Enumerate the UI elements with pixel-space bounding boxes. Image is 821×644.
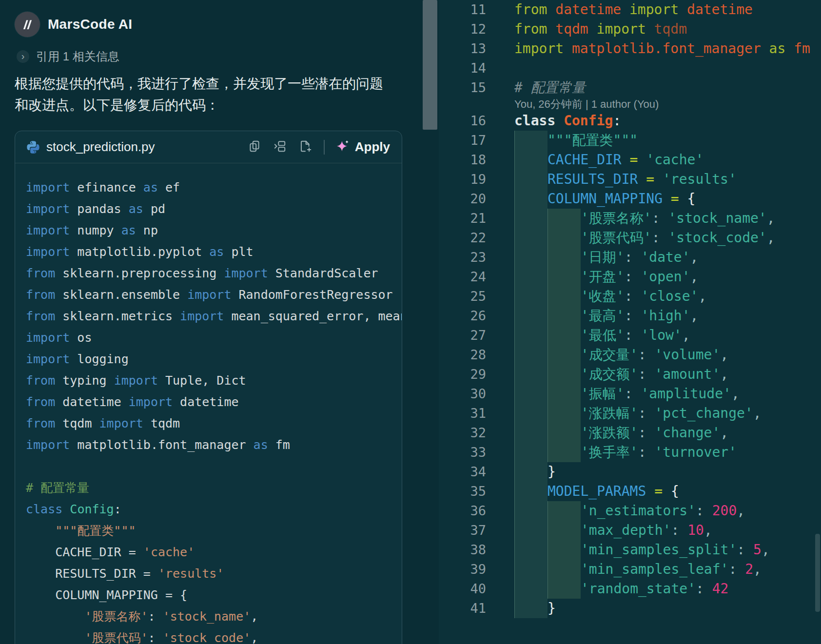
chevron-right-icon: › xyxy=(17,50,29,63)
code-line: import pandas as pd xyxy=(26,198,402,220)
indent-guide xyxy=(514,579,547,599)
line-number[interactable]: 31 xyxy=(439,404,514,423)
editor-line: 23'日期': 'date', xyxy=(439,248,821,267)
line-number[interactable]: 35 xyxy=(439,482,514,501)
indent-guide xyxy=(514,482,547,501)
indent-guide xyxy=(514,443,547,462)
editor-line: 22'股票代码': 'stock_code', xyxy=(439,228,821,248)
line-number[interactable]: 26 xyxy=(439,306,514,326)
line-number[interactable]: 29 xyxy=(439,365,514,384)
indent-guide xyxy=(547,540,581,560)
python-file-icon xyxy=(26,140,40,155)
line-number[interactable]: 33 xyxy=(439,443,514,462)
indent-guide xyxy=(514,384,547,404)
citation-toggle[interactable]: › 引用 1 相关信息 xyxy=(17,49,119,64)
line-number[interactable]: 21 xyxy=(439,209,514,228)
editor-line: 30'振幅': 'amplitude', xyxy=(439,384,821,404)
line-number[interactable]: 11 xyxy=(439,0,514,20)
editor-line: 38'min_samples_split': 5, xyxy=(439,540,821,560)
apply-button[interactable]: Apply xyxy=(335,139,390,155)
indent-guide xyxy=(514,345,547,365)
line-number[interactable]: 34 xyxy=(439,462,514,482)
editor-line: 16class Config: xyxy=(439,111,821,131)
indent-guide xyxy=(514,560,547,579)
code-editor: 11from datetime import datetime12from tq… xyxy=(439,0,821,644)
editor-line: 28'成交量': 'volume', xyxy=(439,345,821,365)
chat-scrollbar[interactable] xyxy=(423,0,437,130)
line-number[interactable]: 13 xyxy=(439,39,514,59)
chat-panel: MarsCode AI › 引用 1 相关信息 根据您提供的代码，我进行了检查，… xyxy=(0,0,439,644)
editor-line: 24'开盘': 'open', xyxy=(439,267,821,287)
apply-label: Apply xyxy=(355,139,390,155)
code-line: from datetime import datetime xyxy=(26,391,402,413)
indent-guide xyxy=(547,345,581,365)
indent-guide xyxy=(547,423,581,443)
line-number[interactable]: 40 xyxy=(439,579,514,599)
line-number[interactable]: 39 xyxy=(439,560,514,579)
code-line: """配置类""" xyxy=(26,520,402,542)
citation-label: 引用 1 相关信息 xyxy=(36,49,119,64)
line-number[interactable]: 28 xyxy=(439,345,514,365)
indent-guide xyxy=(547,287,581,306)
create-file-button[interactable] xyxy=(298,139,312,155)
code-line: CACHE_DIR = 'cache' xyxy=(26,542,402,563)
code-line: import logging xyxy=(26,349,402,370)
line-number[interactable]: 17 xyxy=(439,131,514,150)
editor-line: 11from datetime import datetime xyxy=(439,0,821,20)
code-line: COLUMN_MAPPING = { xyxy=(26,585,402,606)
indent-guide xyxy=(514,540,547,560)
assistant-title: MarsCode AI xyxy=(48,17,132,32)
indent-guide xyxy=(547,501,581,521)
line-number[interactable]: 30 xyxy=(439,384,514,404)
line-number[interactable]: 38 xyxy=(439,540,514,560)
code-line: from sklearn.ensemble import RandomFores… xyxy=(26,284,402,306)
code-line: '股票代码': 'stock_code', xyxy=(26,627,402,644)
code-line: RESULTS_DIR = 'results' xyxy=(26,563,402,585)
line-number[interactable]: 15 xyxy=(439,78,514,98)
indent-guide xyxy=(547,267,581,287)
line-number[interactable]: 18 xyxy=(439,150,514,170)
indent-guide xyxy=(514,599,547,618)
marscode-logo-icon xyxy=(15,12,40,37)
line-number[interactable]: 23 xyxy=(439,248,514,267)
indent-guide xyxy=(514,131,547,150)
new-file-icon xyxy=(298,139,312,155)
editor-line: 18CACHE_DIR = 'cache' xyxy=(439,150,821,170)
line-number[interactable]: 32 xyxy=(439,423,514,443)
indent-guide xyxy=(547,209,581,228)
editor-line: 25'收盘': 'close', xyxy=(439,287,821,306)
git-blame-annotation: You, 26分钟前 | 1 author (You) xyxy=(514,98,821,111)
line-number[interactable]: 19 xyxy=(439,170,514,189)
editor-line: 37'max_depth': 10, xyxy=(439,521,821,540)
line-number[interactable]: 25 xyxy=(439,287,514,306)
editor-line: 29'成交额': 'amount', xyxy=(439,365,821,384)
indent-guide xyxy=(514,365,547,384)
insert-into-editor-button[interactable] xyxy=(273,139,287,155)
indent-guide xyxy=(514,150,547,170)
code-line xyxy=(26,456,402,477)
line-number[interactable]: 12 xyxy=(439,20,514,39)
code-line: '股票名称': 'stock_name', xyxy=(26,606,402,627)
editor-line: 20COLUMN_MAPPING = { xyxy=(439,189,821,209)
line-number[interactable]: 36 xyxy=(439,501,514,521)
line-number[interactable]: 24 xyxy=(439,267,514,287)
line-number[interactable]: 14 xyxy=(439,59,514,78)
line-number[interactable]: 27 xyxy=(439,326,514,345)
line-number[interactable]: 20 xyxy=(439,189,514,209)
editor-scrollbar[interactable] xyxy=(815,534,820,612)
editor-line: 31'涨跌幅': 'pct_change', xyxy=(439,404,821,423)
indent-guide xyxy=(514,189,547,209)
line-number[interactable]: 22 xyxy=(439,228,514,248)
copy-button[interactable] xyxy=(248,139,261,155)
code-line: # 配置常量 xyxy=(26,477,402,499)
indent-guide xyxy=(514,267,547,287)
code-line: import numpy as np xyxy=(26,220,402,241)
line-number[interactable]: 37 xyxy=(439,521,514,540)
toolbar-divider xyxy=(324,140,325,155)
line-number[interactable]: 41 xyxy=(439,599,514,618)
indent-guide xyxy=(547,384,581,404)
assistant-header: MarsCode AI xyxy=(15,12,132,37)
editor-line: 40'random_state': 42 xyxy=(439,579,821,599)
line-number[interactable]: 16 xyxy=(439,111,514,131)
indent-guide xyxy=(547,248,581,267)
